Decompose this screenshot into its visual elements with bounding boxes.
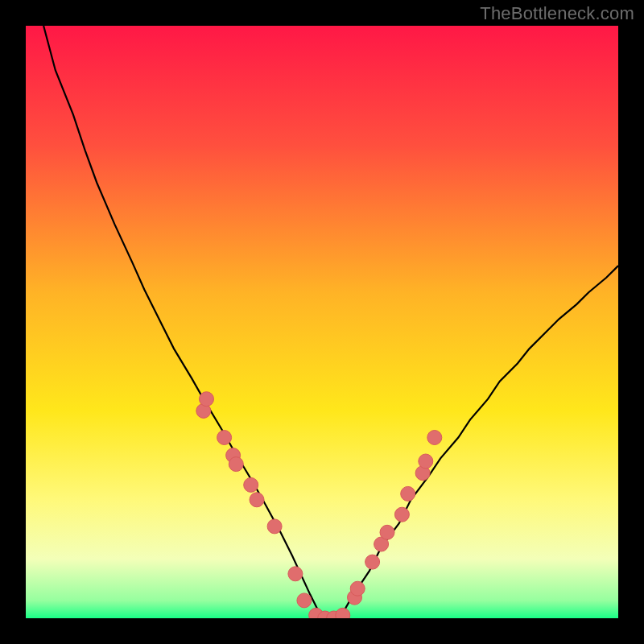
data-point-marker — [229, 457, 243, 472]
bottleneck-curve-chart — [26, 26, 618, 618]
data-point-marker — [244, 477, 258, 492]
plot-area — [26, 26, 618, 618]
data-point-marker — [217, 431, 232, 445]
chart-frame: TheBottleneck.com — [0, 0, 644, 644]
data-point-marker — [250, 493, 264, 507]
data-point-marker — [288, 567, 303, 581]
data-point-marker — [419, 454, 433, 469]
data-point-marker — [365, 555, 380, 569]
data-point-marker — [401, 486, 415, 501]
data-point-marker — [427, 431, 442, 445]
data-point-marker — [380, 525, 394, 539]
data-point-marker — [200, 392, 214, 407]
data-point-marker — [297, 593, 312, 608]
data-point-marker — [336, 608, 350, 618]
data-point-marker — [267, 519, 282, 534]
bottleneck-curve — [43, 26, 618, 618]
watermark-text: TheBottleneck.com — [480, 3, 634, 24]
data-point-marker — [394, 507, 409, 522]
data-point-marker — [350, 581, 365, 596]
